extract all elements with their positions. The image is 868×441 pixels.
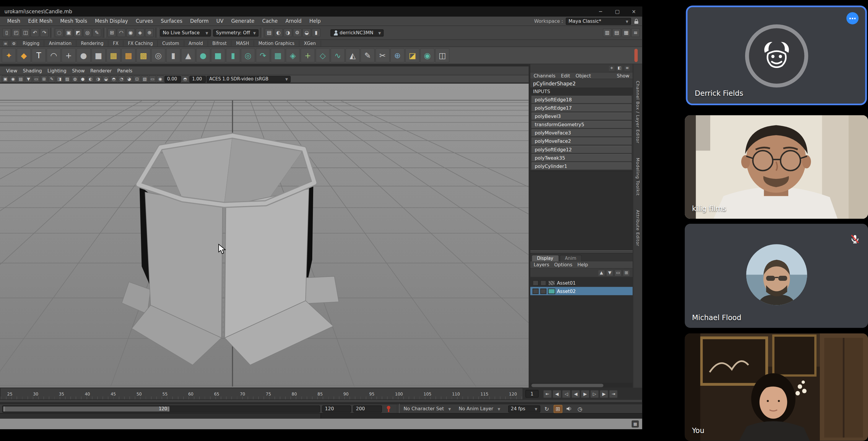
lock-camera-icon[interactable]: ◉	[9, 76, 17, 83]
menu-item[interactable]: UV	[212, 18, 227, 24]
live-surface-dropdown[interactable]: No Live Surface▼	[160, 29, 211, 36]
poly-plane-icon[interactable]: ▦	[106, 48, 121, 63]
step-back-key-button[interactable]: ◀	[553, 389, 561, 398]
toolbar-divider[interactable]	[103, 28, 106, 38]
mute-audio-icon[interactable]	[565, 405, 574, 413]
blendshape-icon[interactable]: ◇	[315, 48, 330, 63]
shelf-scroll-indicator[interactable]	[634, 49, 638, 62]
input-node[interactable]: transformGeometry5	[531, 121, 632, 128]
resolution-gate-icon[interactable]: ▭	[149, 76, 156, 83]
shelf-tab[interactable]: XGen	[299, 40, 320, 47]
play-forwards-button[interactable]: ▶	[581, 389, 590, 398]
xray-icon[interactable]: ▨	[64, 76, 71, 83]
multisample-icon[interactable]: ◕	[126, 76, 133, 83]
new-scene-icon[interactable]: ▯	[2, 28, 11, 37]
pencil-curve-icon[interactable]: ◆	[17, 48, 31, 63]
wireframe-on-shaded-icon[interactable]: ◍	[71, 76, 79, 83]
gamma-field[interactable]: 1.00	[189, 76, 206, 82]
cb-manip-icon[interactable]: +	[608, 65, 615, 71]
input-node[interactable]: polySoftEdge12	[531, 146, 632, 153]
channels-menu[interactable]: Channels	[533, 73, 555, 78]
make-live-icon[interactable]: ⊕	[145, 28, 154, 37]
close-button[interactable]: ×	[625, 6, 642, 17]
shaded-display-icon[interactable]: ●	[79, 76, 86, 83]
menu-item[interactable]: Generate	[227, 18, 258, 24]
torus-icon[interactable]: ◎	[151, 48, 166, 63]
smooth-mesh-icon[interactable]: ◉	[420, 48, 435, 63]
workspace-dropdown[interactable]: Maya Classic*▼	[566, 18, 631, 25]
more-options-button[interactable]: ⋯	[846, 12, 859, 24]
gamma-icon[interactable]: ◓	[182, 76, 189, 83]
poly-cylinder-icon[interactable]: ▮	[226, 48, 240, 63]
layer-editor-tab[interactable]: Anim	[559, 255, 582, 261]
isolate-select-icon[interactable]: ◨	[56, 76, 63, 83]
shelf-tab[interactable]: Rendering	[76, 40, 108, 47]
step-back-frame-button[interactable]: ◁	[562, 389, 571, 398]
input-node[interactable]: polySoftEdge17	[531, 104, 632, 112]
tab-attribute-editor[interactable]: Attribute Editor	[635, 210, 640, 246]
toolbar-divider[interactable]	[156, 28, 158, 38]
motion-blur-icon[interactable]: ◔	[118, 76, 125, 83]
shelf-menu-icon[interactable]: ≡	[2, 40, 8, 47]
use-all-lights-icon[interactable]: ◑	[95, 76, 102, 83]
participant-tile-derrick-fields[interactable]: ⋯ Derrick Fields	[686, 6, 867, 105]
participant-tile-kilig-films[interactable]: kilig films	[685, 115, 868, 219]
menu-item[interactable]: Mesh	[3, 18, 24, 24]
menu-item[interactable]: Curves	[132, 18, 157, 24]
viewport-canvas[interactable]	[0, 84, 529, 388]
grease-pencil-icon[interactable]: ✎	[48, 76, 55, 83]
select-object-icon[interactable]: ▣	[64, 28, 73, 37]
show-menu[interactable]: Show	[617, 73, 629, 78]
light-editor-icon[interactable]: ◒	[302, 28, 311, 37]
image-plane-icon[interactable]: ▭	[33, 76, 40, 83]
animation-end-field[interactable]: 200	[353, 405, 382, 412]
menu-item[interactable]: Arnold	[282, 18, 306, 24]
menu-item[interactable]: Mesh Display	[91, 18, 132, 24]
occlusion-icon[interactable]: ◓	[110, 76, 117, 83]
snap-curve-icon[interactable]: ◠	[117, 28, 126, 37]
shelf-tab[interactable]: MASH	[231, 40, 254, 47]
menu-item[interactable]: Help	[306, 18, 325, 24]
layer-menu-item[interactable]: Layers	[533, 262, 549, 267]
render-frame-icon[interactable]: ◐	[274, 28, 283, 37]
menu-item[interactable]: Cache	[258, 18, 282, 24]
select-hierarchy-icon[interactable]: ◌	[55, 28, 64, 37]
sidebar-toolsettings-toggle-icon[interactable]: ▤	[612, 28, 621, 37]
anim-prefs-icon[interactable]: ◷	[576, 405, 584, 413]
channelbox-layer-splitter[interactable]	[530, 251, 633, 254]
snap-grid-icon[interactable]: ⊞	[107, 28, 116, 37]
select-component-icon[interactable]: ◩	[73, 28, 83, 37]
input-node[interactable]: polyBevel3	[531, 112, 632, 120]
panel-menu-item[interactable]: Show	[69, 68, 88, 74]
tab-modeling-toolkit[interactable]: Modeling Toolkit	[635, 158, 640, 196]
layer-list-scrollbar[interactable]	[530, 383, 633, 388]
playback-range-slider[interactable]: 120	[2, 405, 320, 412]
object-menu[interactable]: Object	[576, 73, 591, 78]
lock-icon[interactable]	[634, 18, 639, 24]
grid-toggle-icon[interactable]: ▦	[632, 420, 639, 428]
auto-keyframe-icon[interactable]: ⊞	[553, 405, 562, 413]
mirror-mesh-icon[interactable]: ◫	[435, 48, 450, 63]
set-key-icon[interactable]	[384, 405, 393, 413]
measure-tool-icon[interactable]: +	[61, 48, 76, 63]
go-to-end-button[interactable]: ⇥	[609, 389, 618, 398]
undo-icon[interactable]: ↶	[30, 28, 39, 37]
cb-speed-icon[interactable]: ◧	[616, 65, 622, 71]
panel-menu-item[interactable]: Lighting	[44, 68, 69, 74]
go-to-start-button[interactable]: ⇤	[543, 389, 552, 398]
sidebar-channelbox-toggle-icon[interactable]: ▦	[622, 28, 630, 37]
playback-loop-icon[interactable]: ↻	[542, 405, 551, 413]
arc-tool-icon[interactable]: ◠	[46, 48, 61, 63]
layer-playback-toggle[interactable]	[540, 280, 547, 286]
anim-layer-dropdown[interactable]: No Anim Layer▼	[459, 406, 500, 411]
pause-viewport-icon[interactable]: ▮	[312, 28, 320, 37]
shelf-tab[interactable]: FX Caching	[123, 40, 158, 47]
bend-deformer-icon[interactable]: ↷	[256, 48, 270, 63]
render-settings-icon[interactable]: ⚙	[293, 28, 302, 37]
poly-torus-icon[interactable]: ◎	[241, 48, 255, 63]
ipr-render-icon[interactable]: ◑	[283, 28, 292, 37]
input-node[interactable]: polyTweak35	[531, 154, 632, 162]
edit-menu[interactable]: Edit	[561, 73, 570, 78]
gate-mask-icon[interactable]: ⊡	[133, 76, 141, 83]
layer-color-swatch[interactable]	[548, 288, 555, 294]
